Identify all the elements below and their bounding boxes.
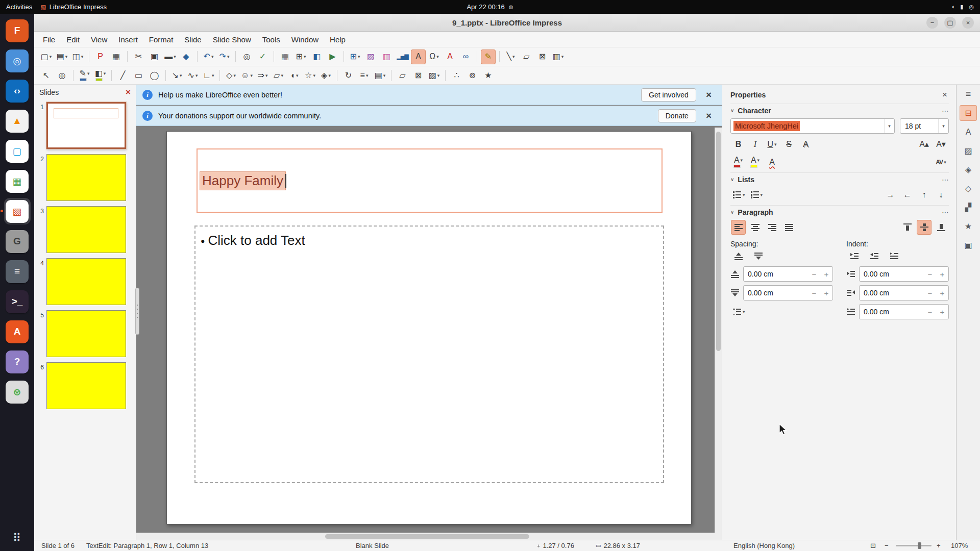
zoom-slider-handle[interactable] <box>918 542 921 549</box>
shadow-button[interactable]: ▱ <box>519 49 534 64</box>
glue-points-button[interactable]: ⊚ <box>465 68 480 83</box>
highlighting-color-button[interactable]: A▾ <box>748 155 763 169</box>
menu-edit[interactable]: Edit <box>61 33 85 46</box>
insert-chart-button[interactable]: ▂▅▇ <box>395 49 410 64</box>
app-menu-button[interactable]: ▧ LibreOffice Impress <box>40 3 107 11</box>
move-down-button[interactable]: ↓ <box>934 187 948 202</box>
align-center-button[interactable] <box>748 220 763 235</box>
align-bottom-button[interactable] <box>934 220 948 235</box>
insert-special-character-button[interactable]: Ω▾ <box>427 49 442 64</box>
dock-item-libreoffice-start[interactable]: ▢ <box>4 138 31 164</box>
curves-and-polygons-dropdown-icon[interactable]: ▾ <box>195 73 198 78</box>
styles-tab[interactable]: A <box>960 124 977 140</box>
image-filter-button[interactable]: ▨▾ <box>427 68 442 83</box>
show-applications-button[interactable]: ⠿ <box>13 532 21 545</box>
character-spacing-dropdown-icon[interactable]: ▾ <box>944 160 946 165</box>
align-right-button[interactable] <box>765 220 779 235</box>
collapse-lists-icon[interactable]: ∨ <box>730 177 734 182</box>
properties-tab[interactable]: ⊟ <box>960 105 977 121</box>
decrease-paragraph-spacing-button[interactable] <box>751 249 766 264</box>
slide-edit-area[interactable]: Happy Family ● Click to add Text <box>166 131 692 524</box>
paragraph-more-options-button[interactable]: ⋯ <box>942 208 949 216</box>
slide-thumbnail-5[interactable] <box>46 310 126 357</box>
paste-dropdown-icon[interactable]: ▾ <box>174 54 176 59</box>
unordered-list-button[interactable]: ▾ <box>731 187 747 202</box>
select-button[interactable]: ↖ <box>39 68 54 83</box>
font-size-dropdown-icon[interactable]: ▾ <box>938 119 948 133</box>
font-name-dropdown-icon[interactable]: ▾ <box>884 119 894 133</box>
find-and-replace-button[interactable]: ◎ <box>239 49 254 64</box>
zoom-in-button[interactable]: + <box>937 540 941 551</box>
undo-dropdown-icon[interactable]: ▾ <box>211 54 214 59</box>
menu-format[interactable]: Format <box>143 33 179 46</box>
show-draw-functions-button[interactable]: ✎ <box>481 49 496 64</box>
fill-color-button[interactable]: ◧▾ <box>93 68 108 83</box>
infobar-close-button[interactable]: × <box>702 89 716 101</box>
line-color-button[interactable]: ✎▾ <box>77 68 92 83</box>
new-document-dropdown-icon[interactable]: ▾ <box>50 54 52 59</box>
move-up-button[interactable]: ↑ <box>917 187 932 202</box>
demote-outline-button[interactable]: → <box>883 187 898 202</box>
ellipse-button[interactable]: ◯ <box>147 68 162 83</box>
underline-dropdown-icon[interactable]: ▾ <box>774 142 777 147</box>
insert-table-button[interactable]: ⊞▾ <box>348 49 362 64</box>
zoom-slider[interactable] <box>896 540 932 551</box>
menu-file[interactable]: File <box>37 33 61 46</box>
first-line-indent-decrease-button[interactable]: − <box>924 305 936 319</box>
title-placeholder[interactable]: Happy Family <box>197 148 663 213</box>
connectors-dropdown-icon[interactable]: ▾ <box>212 73 214 78</box>
slides-panel-close-button[interactable]: × <box>126 87 131 97</box>
gallery-tab[interactable]: ▨ <box>960 143 977 159</box>
maximize-button[interactable]: ▢ <box>944 17 956 29</box>
object-shadow-button[interactable]: ▱ <box>395 68 410 83</box>
3d-objects-button[interactable]: ◈▾ <box>318 68 333 83</box>
indent-after-decrease-button[interactable]: − <box>924 286 936 300</box>
slide-layout-button[interactable]: ▥▾ <box>551 49 566 64</box>
new-document-button[interactable]: ▢▾ <box>39 49 54 64</box>
font-size-combobox[interactable]: 18 pt ▾ <box>900 118 949 134</box>
underline-button[interactable]: U▾ <box>765 137 779 152</box>
display-views-button[interactable]: ◧ <box>309 49 324 64</box>
open-file-button[interactable]: ▤▾ <box>55 49 69 64</box>
paste-button[interactable]: ▬▾ <box>163 49 178 64</box>
horizontal-scrollbar[interactable] <box>136 533 715 540</box>
dock-item-files[interactable]: ≡ <box>4 258 31 285</box>
symbol-shapes-dropdown-icon[interactable]: ▾ <box>250 73 253 78</box>
rotate-button[interactable]: ↻ <box>341 68 356 83</box>
title-bar[interactable]: 9_1.pptx - LibreOffice Impress − ▢ × <box>34 14 980 32</box>
insert-hyperlink-button[interactable]: ∞ <box>458 49 473 64</box>
menu-tools[interactable]: Tools <box>257 33 286 46</box>
zoom-slider-track[interactable] <box>896 545 932 546</box>
line-spacing-button[interactable]: ▾ <box>731 305 747 319</box>
insert-line-button[interactable]: ╲▾ <box>503 49 518 64</box>
menu-insert[interactable]: Insert <box>113 33 143 46</box>
dock-item-settings[interactable]: ⊛ <box>4 379 31 405</box>
menu-help[interactable]: Help <box>324 33 351 46</box>
export-pdf-button[interactable]: P <box>93 49 108 64</box>
display-grid-button[interactable]: ▦ <box>278 49 292 64</box>
character-style-button[interactable]: A <box>765 155 779 169</box>
redo-dropdown-icon[interactable]: ▾ <box>227 54 230 59</box>
indent-after-increase-button[interactable]: + <box>936 286 948 300</box>
spacing-below-decrease-button[interactable]: − <box>808 286 820 300</box>
flowchart-shapes-dropdown-icon[interactable]: ▾ <box>281 73 283 78</box>
ordered-list-button[interactable]: ▾ <box>749 187 765 202</box>
spacing-below-increase-button[interactable]: + <box>820 286 832 300</box>
cut-button[interactable]: ✂ <box>131 49 146 64</box>
insert-media-button[interactable]: ▥ <box>379 49 394 64</box>
slide-title-text[interactable]: Happy Family <box>200 171 286 190</box>
snap-guides-button[interactable]: ⊞▾ <box>293 49 308 64</box>
indent-before-decrease-button[interactable]: − <box>924 267 936 281</box>
insert-fontwork-button[interactable]: A <box>443 49 457 64</box>
zoom-percentage[interactable]: 107% <box>951 540 968 551</box>
crop-image-button[interactable]: ⊠ <box>411 68 426 83</box>
menu-window[interactable]: Window <box>286 33 324 46</box>
decrease-font-size-button[interactable]: A▾ <box>934 137 948 152</box>
3d-objects-dropdown-icon[interactable]: ▾ <box>328 73 331 78</box>
lines-and-arrows-dropdown-icon[interactable]: ▾ <box>180 73 182 78</box>
save-button[interactable]: ◫▾ <box>70 49 85 64</box>
print-button[interactable]: ▦ <box>109 49 124 64</box>
unordered-list-dropdown-icon[interactable]: ▾ <box>743 192 745 197</box>
copy-button[interactable]: ▣ <box>147 49 162 64</box>
dock-item-gimp[interactable]: G <box>4 228 31 255</box>
